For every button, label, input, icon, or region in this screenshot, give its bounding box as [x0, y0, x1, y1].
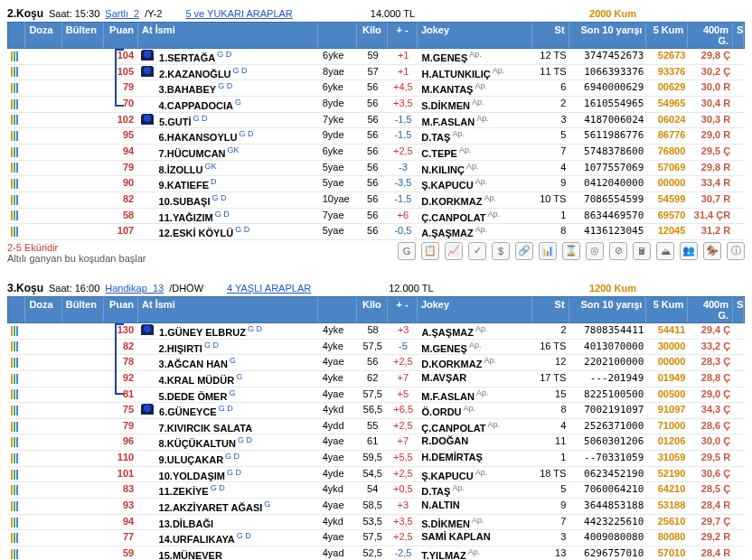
col-header[interactable]: Son 10 yarışı — [569, 297, 647, 322]
chart-icon[interactable] — [7, 145, 24, 160]
jockey[interactable]: Ö.ORDU Ap. — [418, 403, 534, 418]
horse-row[interactable]: 8311.ZEKİYEG D4ykd54+0,5D.TAŞ Ap.5706006… — [7, 482, 745, 499]
horse-name[interactable]: 5.DEDE ÖMERG — [155, 387, 319, 403]
chart-icon[interactable] — [7, 434, 24, 450]
horse-row[interactable]: 909.KATIEFED5yae56-3,5Ş.KAPUCU Ap.904120… — [7, 176, 745, 192]
col-header[interactable]: St — [532, 297, 569, 322]
horse-name[interactable]: 9.ULUÇAKARG D — [155, 451, 319, 466]
tool-icon[interactable]: ⊘ — [609, 242, 627, 260]
jockey[interactable]: Ş.KAPUCU Ap. — [418, 176, 533, 191]
jockey[interactable]: S.DİKMEN Ap. — [418, 515, 533, 530]
jockey[interactable]: D.KORKMAZ Ap. — [418, 355, 533, 370]
chart-icon[interactable] — [7, 482, 24, 498]
horse-name[interactable]: 5.GUTİG D — [155, 113, 319, 128]
chart-icon[interactable] — [7, 113, 24, 128]
col-header[interactable]: S — [733, 23, 744, 48]
jockey[interactable]: D.KORKMAZ Ap. — [418, 192, 533, 208]
horse-name[interactable]: 3.BAHABEYG D — [155, 80, 319, 96]
horse-name[interactable]: 11.ZEKİYEG D — [155, 482, 319, 498]
horse-row[interactable]: 9413.DİLBAĞI4ykd53,5+3,5S.DİKMEN Ap.7442… — [7, 515, 745, 531]
horse-row[interactable]: 7714.URFALIKAYAG D4yae57,5+2,5SAMİ KAPLA… — [7, 530, 745, 546]
col-header[interactable]: Son 10 yarışı — [569, 23, 647, 48]
chart-icon[interactable] — [7, 515, 24, 530]
horse-name[interactable]: 6.GÜNEYCEG D — [155, 403, 319, 418]
horse-name[interactable]: 1.SERTAĞAG D — [155, 49, 319, 64]
horse-row[interactable]: 1109.ULUÇAKARG D4yae59,5+5,5H.DEMİRTAŞ1-… — [7, 451, 745, 467]
jockey[interactable]: T.YILMAZ Ap. — [418, 546, 533, 560]
horse-row[interactable]: 797.KIVIRCIK SALATA4ydd55+2,5Ç.CANPOLAT … — [7, 419, 745, 435]
tool-icon[interactable]: 👥 — [680, 242, 698, 260]
col-header[interactable]: St — [532, 23, 569, 48]
horse-name[interactable]: 4.KRAL MÜDÜRG — [155, 371, 319, 387]
chart-icon[interactable] — [7, 224, 24, 239]
chart-icon[interactable] — [7, 355, 24, 370]
jockey[interactable]: M.F.ASLAN Ap. — [418, 387, 533, 403]
col-header[interactable]: S — [733, 297, 744, 322]
jockey[interactable]: D.TAŞ Ap. — [418, 128, 533, 144]
chart-icon[interactable] — [7, 49, 24, 64]
horse-name[interactable]: 3.AĞCAN HANG — [155, 355, 319, 370]
horse-name[interactable]: 13.DİLBAĞI — [155, 515, 319, 530]
tool-icon[interactable]: ✓ — [468, 242, 486, 260]
col-header[interactable]: Bülten — [62, 23, 104, 48]
chart-icon[interactable] — [7, 323, 24, 339]
horse-row[interactable]: 9312.AKZİYARET AĞASIG4yae58,5+3N.ALTIN93… — [7, 499, 745, 515]
col-header[interactable]: 5 Kum — [646, 23, 688, 48]
horse-name[interactable]: 12.ESKİ KÖYLÜG D — [155, 224, 319, 239]
horse-row[interactable]: 798.İZOLLUGK5yae56-3N.KILINÇ Ap.41077557… — [7, 161, 745, 177]
col-header[interactable]: At İsmi — [138, 297, 318, 322]
class-link[interactable]: 5 ve YUKARI ARAPLAR — [185, 8, 292, 19]
col-header[interactable]: Jokey — [418, 297, 532, 322]
chart-icon[interactable] — [7, 499, 24, 514]
jockey[interactable]: M.F.ASLAN Ap. — [418, 113, 534, 128]
chart-icon[interactable] — [7, 65, 24, 80]
chart-icon[interactable] — [7, 371, 24, 387]
tool-icon[interactable]: ◎ — [586, 242, 604, 260]
chart-icon[interactable] — [7, 530, 24, 546]
chart-icon[interactable] — [7, 546, 24, 560]
col-header[interactable]: Puan — [104, 23, 138, 48]
horse-name[interactable]: 7.HÜCUMCANGK — [155, 145, 319, 160]
chart-icon[interactable] — [7, 128, 24, 144]
chart-icon[interactable] — [7, 80, 24, 96]
horse-name[interactable]: 2.KAZANOĞLUG D — [155, 65, 319, 80]
jockey[interactable]: R.DOĞAN — [418, 434, 533, 450]
tool-icon[interactable]: 📋 — [421, 242, 439, 260]
horse-name[interactable]: 7.KIVIRCIK SALATA — [155, 419, 319, 434]
jockey[interactable]: C.TEPE Ap. — [418, 145, 533, 160]
horse-name[interactable]: 15.MÜNEVER — [155, 546, 319, 560]
horse-name[interactable]: 4.CAPPADOCIAG — [155, 97, 319, 112]
horse-name[interactable]: 8.İZOLLUGK — [155, 161, 319, 176]
horse-name[interactable]: 2.HIŞIRTIG D — [155, 340, 319, 355]
jockey[interactable]: A.ŞAŞMAZ Ap. — [418, 323, 534, 339]
horse-row[interactable]: 1025.GUTİG D7yke56-1,5M.F.ASLAN Ap.34187… — [7, 113, 745, 129]
jockey[interactable]: N.ALTIN — [418, 499, 533, 514]
chart-icon[interactable] — [7, 387, 24, 403]
tool-icon[interactable]: 📊 — [539, 242, 557, 260]
col-header[interactable]: Puan — [104, 297, 138, 322]
chart-icon[interactable] — [7, 340, 24, 355]
jockey[interactable]: SAMİ KAPLAN — [418, 530, 533, 546]
jockey[interactable]: Ç.CANPOLAT Ap. — [418, 419, 533, 434]
col-header[interactable]: Kilo — [357, 23, 389, 48]
horse-name[interactable]: 10.SUBAŞIG D — [155, 192, 319, 208]
horse-row[interactable]: 8210.SUBAŞIG D10yae56-1,5D.KORKMAZ Ap.10… — [7, 192, 745, 209]
jockey[interactable]: M.KANTAŞ Ap. — [418, 80, 533, 96]
col-header[interactable]: + - — [388, 23, 418, 48]
jockey[interactable]: M.GENEŞ Ap. — [418, 340, 533, 355]
horse-name[interactable]: 12.AKZİYARET AĞASIG — [155, 499, 319, 514]
chart-icon[interactable] — [7, 451, 24, 466]
jockey[interactable]: Ç.CANPOLAT Ap. — [418, 209, 533, 224]
horse-name[interactable]: 10.YOLDAŞIMG D — [155, 467, 319, 482]
horse-name[interactable]: 6.HAKANSOYLUG D — [155, 128, 319, 144]
col-header[interactable]: 400m G. — [688, 297, 733, 322]
tool-icon[interactable]: 🔗 — [515, 242, 533, 260]
condition-link[interactable]: Şartlı_2 — [105, 8, 139, 19]
horse-row[interactable]: 5811.YAĞIZIMG D7yae56+6Ç.CANPOLAT Ap.186… — [7, 209, 745, 225]
jockey[interactable]: M.GENEŞ Ap. — [418, 49, 534, 64]
col-header[interactable]: 400m G. — [688, 23, 733, 48]
chart-icon[interactable] — [7, 161, 24, 176]
jockey[interactable]: M.AVŞAR — [418, 371, 533, 387]
col-header[interactable]: + - — [388, 297, 418, 322]
chart-icon[interactable] — [7, 97, 24, 112]
